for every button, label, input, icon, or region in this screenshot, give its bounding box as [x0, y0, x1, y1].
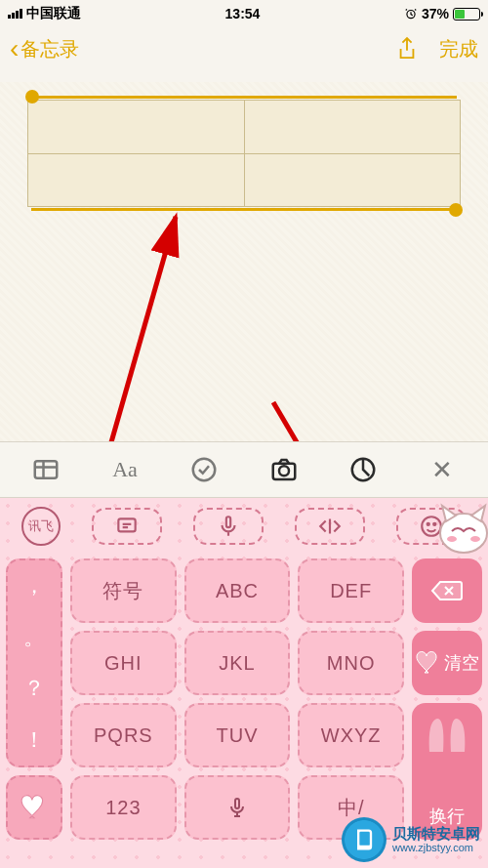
- watermark-name: 贝斯特安卓网: [392, 826, 480, 843]
- punct-key[interactable]: ！: [23, 725, 45, 755]
- svg-rect-17: [359, 832, 370, 846]
- checklist-button[interactable]: [178, 450, 230, 489]
- messages-button[interactable]: [92, 508, 162, 545]
- markup-button[interactable]: [337, 450, 389, 489]
- ime-logo-button[interactable]: 讯飞: [21, 507, 61, 546]
- key-jkl[interactable]: JKL: [184, 631, 291, 695]
- backspace-key[interactable]: [412, 558, 482, 623]
- clear-label: 清空: [444, 651, 479, 675]
- keyboard: 讯飞 ， 。 ？ ！ 符号 ABC DEF GHI JKL MNO 清空 PQR…: [0, 498, 488, 868]
- punct-key[interactable]: ，: [23, 571, 45, 600]
- selection-handle-start[interactable]: [25, 90, 39, 103]
- svg-rect-8: [118, 518, 135, 531]
- key-mno[interactable]: MNO: [298, 631, 404, 695]
- back-button[interactable]: ‹ 备忘录: [10, 35, 79, 62]
- battery-percent: 37%: [422, 6, 449, 21]
- svg-point-11: [427, 523, 429, 525]
- punct-column[interactable]: ， 。 ？ ！: [6, 558, 62, 767]
- watermark: 贝斯特安卓网 www.zjbstyy.com: [338, 815, 484, 864]
- svg-point-6: [279, 466, 289, 475]
- signal-icon: [8, 9, 22, 19]
- key-mic[interactable]: [184, 775, 291, 840]
- mascot-icon: [433, 500, 488, 555]
- key-def[interactable]: DEF: [298, 558, 404, 623]
- share-icon[interactable]: [396, 36, 418, 62]
- clear-key[interactable]: 清空: [412, 631, 482, 695]
- code-button[interactable]: [295, 508, 365, 545]
- note-editor[interactable]: [0, 70, 488, 441]
- note-table[interactable]: [27, 100, 461, 207]
- camera-button[interactable]: [258, 450, 310, 489]
- table-button[interactable]: [20, 450, 72, 489]
- svg-rect-9: [226, 517, 230, 527]
- svg-point-4: [193, 459, 216, 481]
- done-button[interactable]: 完成: [439, 36, 478, 62]
- ime-logo-label: 讯飞: [28, 517, 54, 535]
- key-wxyz[interactable]: WXYZ: [298, 703, 404, 767]
- svg-rect-16: [235, 799, 239, 808]
- chevron-left-icon: ‹: [10, 35, 19, 62]
- key-tuv[interactable]: TUV: [184, 703, 291, 767]
- watermark-url: www.zjbstyy.com: [392, 842, 480, 853]
- punct-key[interactable]: ？: [23, 674, 45, 703]
- format-toolbar: Aa ✕: [0, 441, 488, 498]
- svg-rect-3: [34, 461, 57, 478]
- back-label: 备忘录: [20, 36, 79, 62]
- svg-point-14: [447, 536, 457, 542]
- close-toolbar-button[interactable]: ✕: [416, 450, 468, 489]
- key-pqrs[interactable]: PQRS: [70, 703, 177, 767]
- globe-key[interactable]: [6, 775, 62, 840]
- clock: 13:54: [225, 6, 261, 21]
- watermark-icon: [342, 817, 386, 862]
- battery-icon: [453, 8, 480, 21]
- key-abc[interactable]: ABC: [184, 558, 291, 623]
- alarm-icon: [404, 7, 418, 21]
- carrier-label: 中国联通: [26, 5, 81, 22]
- selected-table[interactable]: [27, 100, 461, 207]
- punct-key[interactable]: 。: [23, 623, 45, 652]
- svg-point-15: [470, 536, 480, 542]
- status-bar: 中国联通 13:54 37%: [0, 0, 488, 27]
- nav-bar: ‹ 备忘录 完成: [0, 27, 488, 70]
- key-symbols[interactable]: 符号: [70, 558, 177, 623]
- key-123[interactable]: 123: [70, 775, 177, 840]
- keyboard-toolbar: 讯飞: [0, 498, 488, 555]
- voice-button[interactable]: [193, 508, 264, 545]
- selection-handle-end[interactable]: [449, 203, 463, 217]
- key-ghi[interactable]: GHI: [70, 631, 177, 695]
- text-style-button[interactable]: Aa: [99, 450, 151, 489]
